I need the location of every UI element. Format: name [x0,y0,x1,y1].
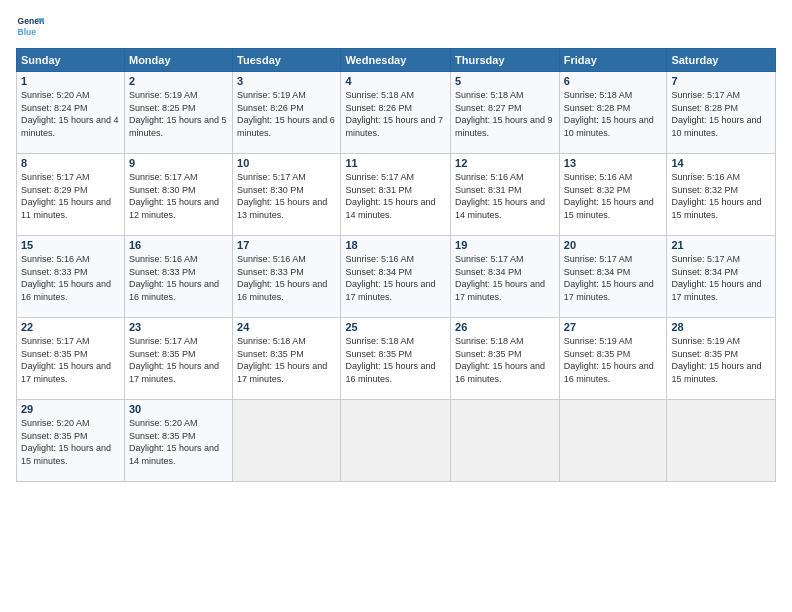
weekday-header: Monday [124,49,232,72]
calendar-cell [341,400,451,482]
calendar-cell: 18 Sunrise: 5:16 AM Sunset: 8:34 PM Dayl… [341,236,451,318]
day-number: 21 [671,239,771,251]
day-info: Sunrise: 5:18 AM Sunset: 8:26 PM Dayligh… [345,89,446,139]
day-number: 24 [237,321,336,333]
day-number: 22 [21,321,120,333]
svg-text:General: General [18,16,44,26]
calendar-cell: 23 Sunrise: 5:17 AM Sunset: 8:35 PM Dayl… [124,318,232,400]
calendar-cell: 3 Sunrise: 5:19 AM Sunset: 8:26 PM Dayli… [233,72,341,154]
weekday-header: Wednesday [341,49,451,72]
day-number: 16 [129,239,228,251]
calendar-cell: 25 Sunrise: 5:18 AM Sunset: 8:35 PM Dayl… [341,318,451,400]
calendar-week-row: 8 Sunrise: 5:17 AM Sunset: 8:29 PM Dayli… [17,154,776,236]
calendar-cell: 20 Sunrise: 5:17 AM Sunset: 8:34 PM Dayl… [559,236,667,318]
calendar-cell: 2 Sunrise: 5:19 AM Sunset: 8:25 PM Dayli… [124,72,232,154]
day-number: 23 [129,321,228,333]
day-number: 20 [564,239,663,251]
calendar-cell: 5 Sunrise: 5:18 AM Sunset: 8:27 PM Dayli… [451,72,560,154]
calendar-cell: 15 Sunrise: 5:16 AM Sunset: 8:33 PM Dayl… [17,236,125,318]
calendar-cell: 7 Sunrise: 5:17 AM Sunset: 8:28 PM Dayli… [667,72,776,154]
calendar-cell: 12 Sunrise: 5:16 AM Sunset: 8:31 PM Dayl… [451,154,560,236]
day-info: Sunrise: 5:16 AM Sunset: 8:33 PM Dayligh… [129,253,228,303]
calendar-cell: 4 Sunrise: 5:18 AM Sunset: 8:26 PM Dayli… [341,72,451,154]
day-number: 5 [455,75,555,87]
day-info: Sunrise: 5:19 AM Sunset: 8:35 PM Dayligh… [564,335,663,385]
day-info: Sunrise: 5:18 AM Sunset: 8:35 PM Dayligh… [455,335,555,385]
calendar-cell [233,400,341,482]
day-info: Sunrise: 5:17 AM Sunset: 8:30 PM Dayligh… [129,171,228,221]
header: General Blue [16,12,776,40]
calendar-header-row: SundayMondayTuesdayWednesdayThursdayFrid… [17,49,776,72]
logo: General Blue [16,12,44,40]
day-number: 29 [21,403,120,415]
calendar-week-row: 1 Sunrise: 5:20 AM Sunset: 8:24 PM Dayli… [17,72,776,154]
calendar-table: SundayMondayTuesdayWednesdayThursdayFrid… [16,48,776,482]
calendar-cell: 1 Sunrise: 5:20 AM Sunset: 8:24 PM Dayli… [17,72,125,154]
calendar-cell: 17 Sunrise: 5:16 AM Sunset: 8:33 PM Dayl… [233,236,341,318]
day-info: Sunrise: 5:19 AM Sunset: 8:25 PM Dayligh… [129,89,228,139]
calendar-cell: 16 Sunrise: 5:16 AM Sunset: 8:33 PM Dayl… [124,236,232,318]
day-number: 6 [564,75,663,87]
logo-icon: General Blue [16,12,44,40]
calendar-cell [451,400,560,482]
day-info: Sunrise: 5:16 AM Sunset: 8:32 PM Dayligh… [671,171,771,221]
day-number: 11 [345,157,446,169]
day-number: 14 [671,157,771,169]
day-number: 26 [455,321,555,333]
day-number: 28 [671,321,771,333]
day-info: Sunrise: 5:20 AM Sunset: 8:35 PM Dayligh… [21,417,120,467]
svg-text:Blue: Blue [18,27,37,37]
day-info: Sunrise: 5:16 AM Sunset: 8:34 PM Dayligh… [345,253,446,303]
calendar-cell: 21 Sunrise: 5:17 AM Sunset: 8:34 PM Dayl… [667,236,776,318]
day-info: Sunrise: 5:18 AM Sunset: 8:35 PM Dayligh… [345,335,446,385]
day-number: 8 [21,157,120,169]
weekday-header: Sunday [17,49,125,72]
calendar-cell: 24 Sunrise: 5:18 AM Sunset: 8:35 PM Dayl… [233,318,341,400]
calendar-cell: 10 Sunrise: 5:17 AM Sunset: 8:30 PM Dayl… [233,154,341,236]
day-number: 10 [237,157,336,169]
day-info: Sunrise: 5:16 AM Sunset: 8:33 PM Dayligh… [21,253,120,303]
day-number: 12 [455,157,555,169]
day-info: Sunrise: 5:16 AM Sunset: 8:31 PM Dayligh… [455,171,555,221]
calendar-cell: 19 Sunrise: 5:17 AM Sunset: 8:34 PM Dayl… [451,236,560,318]
calendar-page: General Blue SundayMondayTuesdayWednesda… [0,0,792,612]
calendar-cell: 8 Sunrise: 5:17 AM Sunset: 8:29 PM Dayli… [17,154,125,236]
day-info: Sunrise: 5:17 AM Sunset: 8:28 PM Dayligh… [671,89,771,139]
calendar-cell [559,400,667,482]
day-info: Sunrise: 5:20 AM Sunset: 8:35 PM Dayligh… [129,417,228,467]
day-number: 9 [129,157,228,169]
calendar-cell: 14 Sunrise: 5:16 AM Sunset: 8:32 PM Dayl… [667,154,776,236]
day-number: 19 [455,239,555,251]
day-number: 30 [129,403,228,415]
day-number: 17 [237,239,336,251]
calendar-cell: 9 Sunrise: 5:17 AM Sunset: 8:30 PM Dayli… [124,154,232,236]
day-info: Sunrise: 5:18 AM Sunset: 8:28 PM Dayligh… [564,89,663,139]
calendar-cell: 13 Sunrise: 5:16 AM Sunset: 8:32 PM Dayl… [559,154,667,236]
calendar-cell: 30 Sunrise: 5:20 AM Sunset: 8:35 PM Dayl… [124,400,232,482]
day-info: Sunrise: 5:19 AM Sunset: 8:26 PM Dayligh… [237,89,336,139]
calendar-cell [667,400,776,482]
day-info: Sunrise: 5:16 AM Sunset: 8:33 PM Dayligh… [237,253,336,303]
day-info: Sunrise: 5:17 AM Sunset: 8:34 PM Dayligh… [455,253,555,303]
weekday-header: Tuesday [233,49,341,72]
weekday-header: Thursday [451,49,560,72]
day-info: Sunrise: 5:16 AM Sunset: 8:32 PM Dayligh… [564,171,663,221]
calendar-cell: 29 Sunrise: 5:20 AM Sunset: 8:35 PM Dayl… [17,400,125,482]
day-info: Sunrise: 5:17 AM Sunset: 8:35 PM Dayligh… [21,335,120,385]
day-number: 4 [345,75,446,87]
calendar-week-row: 22 Sunrise: 5:17 AM Sunset: 8:35 PM Dayl… [17,318,776,400]
day-info: Sunrise: 5:18 AM Sunset: 8:27 PM Dayligh… [455,89,555,139]
day-info: Sunrise: 5:19 AM Sunset: 8:35 PM Dayligh… [671,335,771,385]
day-info: Sunrise: 5:17 AM Sunset: 8:34 PM Dayligh… [671,253,771,303]
day-info: Sunrise: 5:17 AM Sunset: 8:34 PM Dayligh… [564,253,663,303]
calendar-week-row: 15 Sunrise: 5:16 AM Sunset: 8:33 PM Dayl… [17,236,776,318]
day-info: Sunrise: 5:18 AM Sunset: 8:35 PM Dayligh… [237,335,336,385]
day-number: 25 [345,321,446,333]
calendar-cell: 11 Sunrise: 5:17 AM Sunset: 8:31 PM Dayl… [341,154,451,236]
day-number: 27 [564,321,663,333]
day-number: 3 [237,75,336,87]
calendar-cell: 26 Sunrise: 5:18 AM Sunset: 8:35 PM Dayl… [451,318,560,400]
day-number: 1 [21,75,120,87]
day-info: Sunrise: 5:17 AM Sunset: 8:35 PM Dayligh… [129,335,228,385]
day-info: Sunrise: 5:17 AM Sunset: 8:30 PM Dayligh… [237,171,336,221]
